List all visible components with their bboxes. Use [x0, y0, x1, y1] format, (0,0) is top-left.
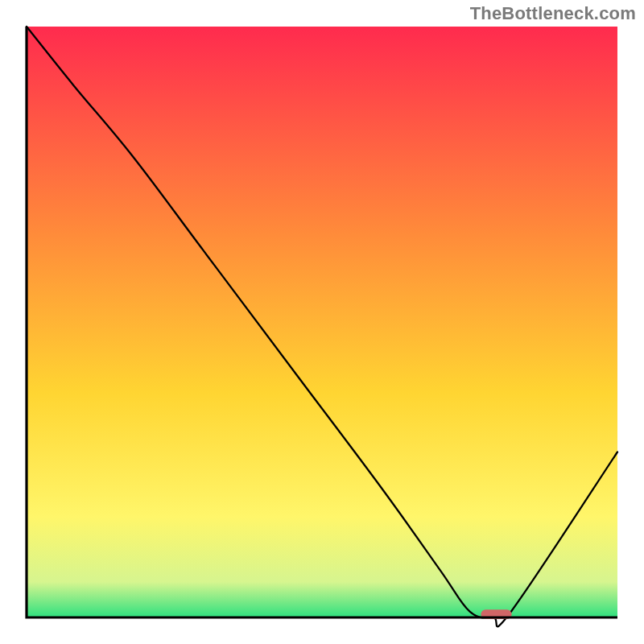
- chart-container: TheBottleneck.com: [0, 0, 644, 644]
- plot-background: [27, 27, 617, 617]
- bottleneck-chart: [0, 0, 644, 644]
- watermark-text: TheBottleneck.com: [470, 3, 636, 24]
